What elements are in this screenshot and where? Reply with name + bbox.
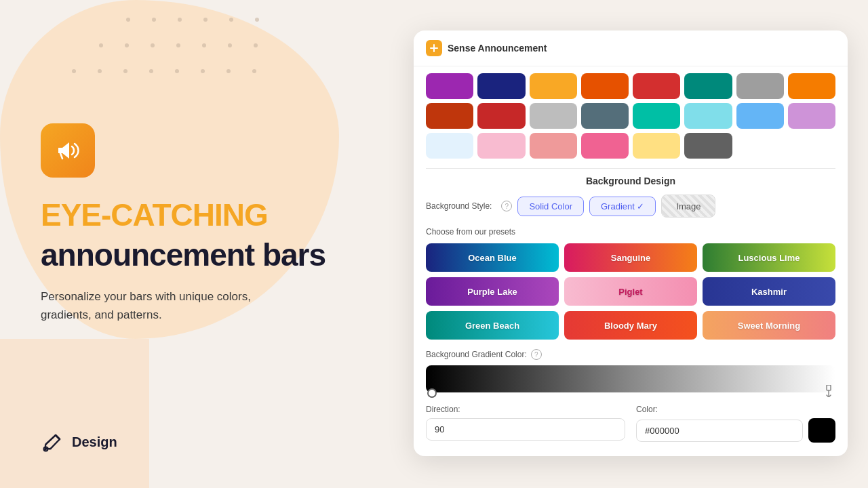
swatch-amber[interactable] <box>788 73 835 99</box>
style-btn-gradient[interactable]: Gradient ✓ <box>589 197 656 216</box>
swatch-orange[interactable] <box>581 73 629 99</box>
swatch-light-yellow[interactable] <box>633 133 680 159</box>
headline: EYE-CATCHING <box>41 198 393 232</box>
app-icon <box>41 123 95 178</box>
swatch-dark-gray[interactable] <box>684 133 732 159</box>
preset-luscious-lime[interactable]: Luscious Lime <box>703 243 835 272</box>
style-btn-image[interactable]: Image <box>661 195 715 218</box>
direction-color-row: Direction: Color: <box>426 405 835 443</box>
swatch-empty-1 <box>736 133 784 159</box>
app-card: Sense Announcement Background De <box>414 30 848 456</box>
preset-kashmir[interactable]: Kashmir <box>703 277 835 306</box>
swatch-pink-light[interactable] <box>477 133 525 159</box>
presets-label: Choose from our presets <box>426 227 835 237</box>
presets-grid: Ocean Blue Sanguine Luscious Lime Purple… <box>426 243 835 340</box>
swatch-green[interactable] <box>633 103 680 129</box>
gradient-label-row: Background Gradient Color: ? <box>426 349 835 360</box>
swatch-gray[interactable] <box>736 73 784 99</box>
bg-style-label: Background Style: <box>426 201 492 211</box>
swatch-teal[interactable] <box>684 73 732 99</box>
swatch-blue[interactable] <box>736 103 784 129</box>
swatch-navy[interactable] <box>477 73 525 99</box>
gradient-handle-right[interactable] <box>823 384 834 398</box>
direction-input[interactable] <box>426 418 625 441</box>
background-design-section: Background Design Background Style: ? So… <box>414 176 848 443</box>
description: Personalize your bars with unique colors… <box>41 288 326 324</box>
swatch-hot-pink[interactable] <box>581 133 629 159</box>
color-hex-input[interactable] <box>636 420 803 442</box>
subheadline: announcement bars <box>41 238 393 272</box>
section-divider <box>426 168 835 169</box>
card-header: Sense Announcement <box>414 30 848 66</box>
bottom-label-text: Design <box>72 434 117 450</box>
gradient-handle-left[interactable] <box>427 388 437 398</box>
gradient-section: Background Gradient Color: ? <box>426 349 835 392</box>
help-icon-gradient[interactable]: ? <box>531 349 542 360</box>
direction-label: Direction: <box>426 405 625 414</box>
swatch-purple[interactable] <box>426 73 473 99</box>
swatch-light-gray[interactable] <box>530 103 577 129</box>
swatch-deep-orange[interactable] <box>426 103 473 129</box>
preset-green-beach[interactable]: Green Beach <box>426 311 559 340</box>
swatch-red[interactable] <box>633 73 680 99</box>
preset-bloody-mary[interactable]: Bloody Mary <box>564 311 697 340</box>
svg-rect-2 <box>827 385 831 390</box>
gradient-bar-container <box>426 365 835 392</box>
gradient-bar <box>426 365 835 392</box>
swatch-yellow[interactable] <box>530 73 577 99</box>
color-preview-swatch[interactable] <box>808 418 835 443</box>
color-field: Color: <box>636 405 835 443</box>
bg-design-title: Background Design <box>426 176 835 186</box>
color-label: Color: <box>636 405 835 414</box>
swatch-dark-red[interactable] <box>477 103 525 129</box>
swatch-very-light-blue[interactable] <box>426 133 473 159</box>
bg-style-row: Background Style: ? Solid Color Gradient… <box>426 195 835 218</box>
direction-field: Direction: <box>426 405 625 443</box>
preset-piglet[interactable]: Piglet <box>564 277 697 306</box>
preset-sanguine[interactable]: Sanguine <box>564 243 697 272</box>
swatches-container <box>414 66 848 165</box>
left-panel: EYE-CATCHING announcement bars Personali… <box>41 0 393 488</box>
swatch-blue-gray[interactable] <box>581 103 629 129</box>
card-header-title: Sense Announcement <box>448 43 547 54</box>
swatch-empty-2 <box>788 133 835 159</box>
style-btn-solid[interactable]: Solid Color <box>517 197 584 216</box>
swatch-salmon[interactable] <box>530 133 577 159</box>
card-header-icon <box>426 40 442 56</box>
swatch-lavender[interactable] <box>788 103 835 129</box>
gradient-label: Background Gradient Color: <box>426 350 527 359</box>
color-input-row <box>636 418 835 443</box>
bottom-label: Design <box>41 430 117 454</box>
preset-purple-lake[interactable]: Purple Lake <box>426 277 559 306</box>
preset-ocean-blue[interactable]: Ocean Blue <box>426 243 559 272</box>
swatch-cyan[interactable] <box>684 103 732 129</box>
help-icon-style[interactable]: ? <box>501 201 512 211</box>
preset-sweet-morning[interactable]: Sweet Morning <box>703 311 835 340</box>
